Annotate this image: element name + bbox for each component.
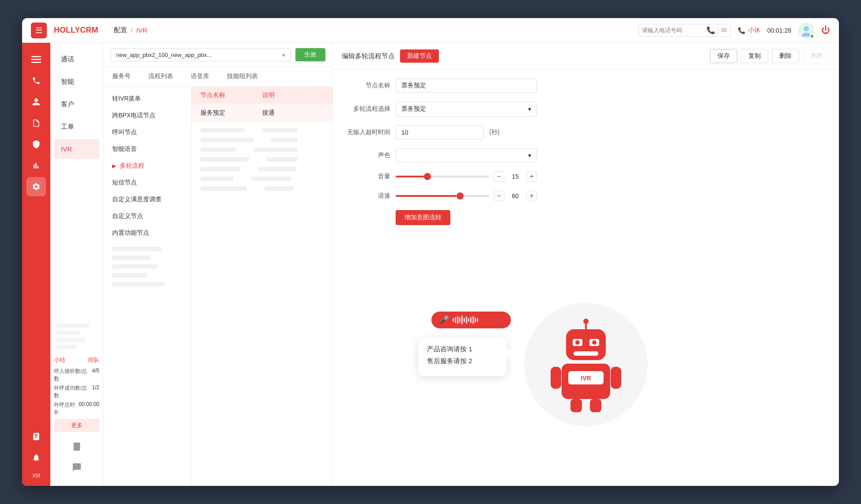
effect-button[interactable]: 生效 [295, 48, 325, 61]
brand-logo: HOLLYCRM [54, 26, 98, 35]
voice-color-label: 声色 [342, 151, 390, 159]
middle-panel: new_app_pbx2_100_new_app_pbx... ▾ 生效 服务号… [103, 43, 333, 486]
menu-item-multi-flow[interactable]: ▶ 多轮流程 [103, 158, 191, 174]
speed-slider-track[interactable] [396, 195, 489, 197]
save-button[interactable]: 保存 [710, 49, 737, 63]
online-dot [810, 34, 814, 38]
col-header-desc: 说明 [262, 91, 324, 99]
volume-increase-button[interactable]: + [526, 171, 537, 182]
stats-inbound-label: 呼入接听数/总数 [54, 368, 92, 383]
menu-button[interactable]: ☰ [31, 23, 47, 38]
volume-slider-fill [396, 176, 424, 177]
svg-rect-4 [31, 62, 41, 63]
sidebar-bell-icon[interactable] [26, 448, 46, 467]
close-button[interactable]: 关闭 [803, 49, 830, 63]
wave-5 [461, 316, 463, 324]
tab-service-number[interactable]: 服务号 [103, 67, 140, 87]
volume-decrease-button[interactable]: − [494, 171, 504, 182]
status-phone-icon: 📞 [738, 27, 745, 34]
menu-item-sms[interactable]: 短信节点 [103, 174, 191, 191]
speed-label: 语速 [342, 192, 390, 200]
sidebar-shield-icon[interactable] [26, 135, 46, 154]
table-row[interactable]: 服务预定 接通 [192, 104, 332, 123]
speech-bubble: 产品咨询请按 1 售后服务请按 2 [418, 338, 506, 376]
right-header: 编辑多轮流程节点 新建节点 保存 复制 删除 关闭 [333, 43, 839, 70]
sidebar-bottom: XM [26, 427, 46, 479]
timeout-label: 无输入超时时间 [342, 128, 390, 136]
new-node-button[interactable]: 新建节点 [400, 49, 439, 63]
timeout-input[interactable] [396, 125, 484, 139]
node-table-header: 节点名称 说明 [192, 87, 332, 104]
wave-10 [472, 316, 474, 324]
nav-book-icon[interactable] [69, 439, 84, 456]
message-icon[interactable]: ✉ [721, 26, 727, 34]
sidebar-phone-icon[interactable] [26, 71, 46, 90]
sidebar-user-icon[interactable] [26, 92, 46, 112]
more-button[interactable]: 更多 [54, 419, 99, 432]
nav-item-call[interactable]: 通话 [54, 49, 99, 70]
bot-circle: IVR 🎤 [524, 303, 648, 426]
flow-select[interactable]: 票务预定 ▾ [396, 102, 537, 117]
menu-item-custom[interactable]: 自定义节点 [103, 208, 191, 225]
volume-value: 15 [509, 173, 522, 180]
sidebar-chart-icon[interactable] [26, 156, 46, 175]
power-button[interactable]: ⏻ [821, 25, 830, 35]
nav-item-ivr[interactable]: IVR [54, 139, 99, 159]
tab-flow-list[interactable]: 流程列表 [140, 67, 182, 87]
intent-button[interactable]: 增加意图流转 [396, 210, 450, 225]
speed-increase-button[interactable]: + [526, 191, 537, 201]
sidebar-book-icon[interactable] [26, 427, 46, 446]
nav-item-workorder[interactable]: 工单 [54, 117, 99, 137]
bubble-item-2: 售后服务请按 2 [427, 357, 498, 365]
speed-decrease-button[interactable]: − [494, 191, 504, 201]
avatar[interactable] [798, 23, 814, 38]
nav-panel: 通话 智能 客户 工单 IVR 小结 排队 呼入接听数/总数 [50, 43, 103, 486]
sidebar-menu-icon[interactable] [26, 50, 46, 69]
right-actions: 保存 复制 删除 关闭 [710, 49, 830, 63]
form-row-timeout: 无输入超时时间 (秒) [342, 125, 830, 139]
volume-slider-wrap: − 15 + [396, 171, 537, 182]
volume-slider-thumb[interactable] [424, 173, 431, 180]
tab-skill-group[interactable]: 技能组列表 [218, 67, 267, 87]
svg-point-9 [592, 340, 597, 345]
user-sidebar-icon [32, 98, 41, 106]
menu-item-builtin[interactable]: 内置功能节点 [103, 225, 191, 241]
speed-slider-thumb[interactable] [457, 192, 464, 199]
right-panel-title: 编辑多轮流程节点 [342, 52, 395, 60]
bubble-arrow [506, 349, 511, 356]
sidebar-settings-icon[interactable] [26, 177, 46, 196]
menu-item-call[interactable]: 呼叫节点 [103, 124, 191, 141]
sidebar-document-icon[interactable] [26, 113, 46, 133]
arrow-icon: ▶ [112, 163, 116, 169]
timer-display: 00:01:28 [767, 27, 792, 34]
nav-item-customer[interactable]: 客户 [54, 94, 99, 115]
flow-dropdown[interactable]: new_app_pbx2_100_new_app_pbx... ▾ [110, 49, 291, 61]
svg-rect-18 [570, 399, 582, 412]
svg-rect-16 [551, 367, 561, 389]
speed-slider-fill [396, 195, 457, 197]
voice-bar: 🎤 [431, 312, 511, 328]
delete-button[interactable]: 删除 [772, 49, 799, 63]
nav-chat-icon[interactable] [69, 460, 84, 477]
voice-color-select[interactable]: ▾ [396, 148, 537, 162]
node-name-input[interactable] [396, 79, 537, 93]
copy-button[interactable]: 复制 [741, 49, 768, 63]
form-row-node-name: 节点名称 [342, 79, 830, 93]
flow-dropdown-value: new_app_pbx2_100_new_app_pbx... [116, 52, 211, 58]
menu-item-cross-pbx[interactable]: 跨BPX电话节点 [103, 107, 191, 124]
menu-list: 转IVR菜单 跨BPX电话节点 呼叫节点 智能语音 ▶ 多轮流程 短信节点 自定… [103, 87, 192, 486]
svg-rect-17 [611, 367, 621, 389]
nav-item-intelligent[interactable]: 智能 [54, 71, 99, 92]
menu-item-satisfaction[interactable]: 自定义满意度调查 [103, 191, 191, 208]
form-row-speed: 语速 − 60 + [342, 191, 830, 201]
status-section: 📞 小休 [738, 26, 760, 34]
phone-input[interactable] [642, 27, 704, 34]
menu-item-ivr[interactable]: 转IVR菜单 [103, 90, 191, 107]
menu-item-ai-voice[interactable]: 智能语音 [103, 141, 191, 158]
mic-icon: 🎤 [439, 315, 449, 325]
phone-icon[interactable]: 📞 [706, 26, 715, 34]
gear-sidebar-icon [32, 182, 41, 191]
volume-slider-track[interactable] [396, 176, 489, 177]
tab-voice-library[interactable]: 语音库 [182, 67, 218, 87]
voice-color-chevron: ▾ [528, 152, 531, 159]
